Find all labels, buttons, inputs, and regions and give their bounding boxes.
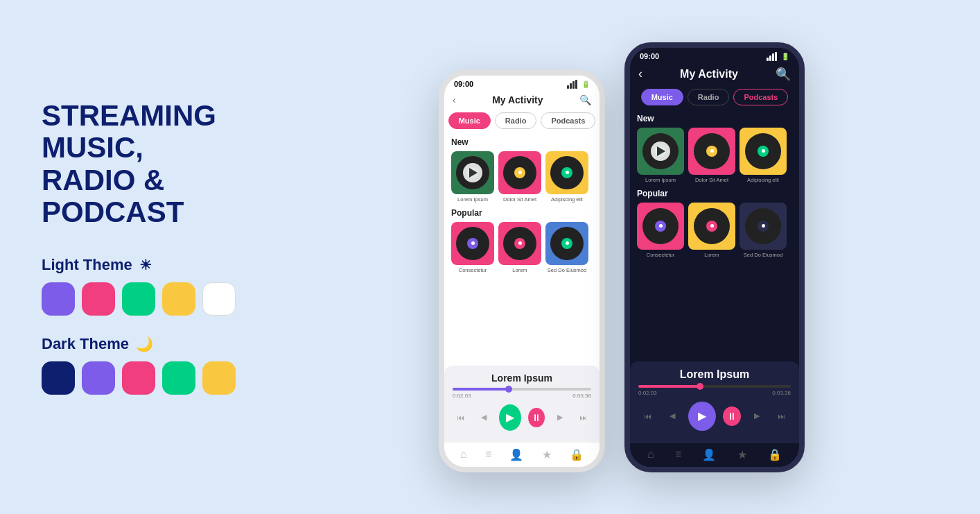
progress-thumb-dark[interactable]: [697, 383, 703, 390]
player-dark: Lorem Ipsum 0:02.03 0:03.36 ⏮ ◀ ▶ ⏸ ▶ ⏭: [630, 361, 799, 442]
album-card-3-light[interactable]: [545, 151, 588, 194]
phone-dark: 09:00 🔋 ‹ My Activity 🔍 Music Radio Podc…: [624, 42, 805, 472]
pop-album-caption-1-light: Consectetur: [451, 267, 494, 273]
swatch-white-light: [202, 282, 236, 316]
progress-bar-light[interactable]: [453, 388, 591, 391]
back-icon-light[interactable]: ‹: [453, 94, 456, 105]
album-card-1-light[interactable]: [451, 151, 494, 194]
nav-title-dark: My Activity: [680, 68, 738, 80]
search-icon-light[interactable]: 🔍: [579, 94, 591, 105]
album-card-2-dark[interactable]: [688, 128, 735, 175]
player-title-dark: Lorem Ipsum: [638, 368, 791, 381]
star-nav-light[interactable]: ★: [542, 448, 552, 461]
album-card-2-light[interactable]: [498, 151, 541, 194]
pop-album-caption-2-dark: Lorem: [688, 252, 735, 258]
swatch-purple-light: [42, 282, 75, 316]
home-nav-dark[interactable]: ⌂: [647, 448, 654, 461]
time-start-dark: 0:02.03: [638, 390, 657, 396]
light-theme-label: Light Theme ☀: [42, 256, 305, 274]
play-btn-light[interactable]: ▶: [499, 404, 521, 431]
album-caption-2-light: Dolor Sit Amet: [498, 196, 541, 203]
status-time-dark: 09:00: [640, 52, 659, 60]
play-btn-dark[interactable]: ▶: [688, 402, 715, 431]
phones-container: 09:00 🔋 ‹ My Activity 🔍 Music Radio Podc…: [305, 42, 938, 472]
pop-album-wrap-3-dark: Sed Do Eiusmod: [740, 203, 787, 258]
pause-btn-dark[interactable]: ⏸: [723, 406, 741, 426]
controls-light: ⏮ ◀ ▶ ⏸ ▶ ⏭: [453, 404, 591, 431]
album-caption-2-dark: Dolor Sit Amet: [688, 177, 735, 183]
battery-icon-dark: 🔋: [781, 53, 789, 60]
tab-radio-light[interactable]: Radio: [495, 112, 537, 129]
player-title-light: Lorem Ipsum: [453, 372, 591, 384]
tab-music-dark[interactable]: Music: [641, 89, 683, 105]
pop-album-wrap-2-dark: Lorem: [688, 203, 735, 258]
menu-nav-light[interactable]: ≡: [485, 448, 491, 461]
player-light: Lorem Ipsum 0:02.03 0:03.36 ⏮ ◀ ▶ ⏸ ▶ ⏭: [444, 366, 600, 442]
pop-album-caption-3-dark: Sed Do Eiusmod: [740, 252, 787, 258]
progress-bar-dark[interactable]: [638, 385, 791, 388]
pause-btn-light[interactable]: ⏸: [528, 408, 545, 427]
home-nav-light[interactable]: ⌂: [460, 448, 467, 461]
album-caption-3-dark: Adipiscing elit: [740, 177, 787, 183]
rewind-btn-dark[interactable]: ◀: [663, 406, 681, 426]
skip-fwd-btn-light[interactable]: ⏭: [575, 408, 591, 427]
tab-podcasts-dark[interactable]: Podcasts: [733, 89, 788, 105]
rewind-btn-light[interactable]: ◀: [476, 408, 493, 427]
status-bar-light: 09:00 🔋: [444, 76, 600, 92]
lock-nav-light[interactable]: 🔒: [570, 448, 584, 461]
album-caption-3-light: Adipiscing elit: [545, 196, 588, 203]
swatch-green-dark: [162, 361, 195, 395]
new-label-light: New: [451, 137, 593, 147]
search-icon-dark[interactable]: 🔍: [776, 67, 791, 82]
lock-nav-dark[interactable]: 🔒: [768, 448, 782, 461]
tab-row-light: Music Radio Podcasts: [444, 110, 600, 135]
pop-album-card-2-light[interactable]: [498, 222, 541, 265]
skip-back-btn-light[interactable]: ⏮: [453, 408, 469, 427]
skip-fwd-btn-dark[interactable]: ⏭: [773, 406, 791, 426]
phone-content-dark: New: [630, 111, 799, 357]
album-wrap-2-dark: Dolor Sit Amet: [688, 128, 735, 183]
tab-podcasts-light[interactable]: Podcasts: [541, 112, 595, 129]
pop-album-card-1-dark[interactable]: [637, 203, 684, 250]
moon-icon: 🌙: [136, 336, 153, 352]
skip-back-btn-dark[interactable]: ⏮: [638, 406, 656, 426]
swatch-purple-dark: [82, 361, 115, 395]
user-nav-dark[interactable]: 👤: [702, 448, 716, 461]
tab-radio-dark[interactable]: Radio: [688, 89, 730, 105]
forward-btn-light[interactable]: ▶: [552, 408, 568, 427]
status-bar-dark: 09:00 🔋: [630, 48, 799, 64]
pop-album-wrap-2-light: Lorem: [498, 222, 541, 273]
play-overlay-1-dark[interactable]: [651, 142, 670, 161]
album-card-1-dark[interactable]: [637, 128, 684, 175]
left-panel: STREAMING MUSIC, RADIO & PODCAST Light T…: [42, 100, 305, 414]
time-row-dark: 0:02.03 0:03.36: [638, 390, 791, 396]
star-nav-dark[interactable]: ★: [737, 448, 747, 461]
swatch-yellow-dark: [202, 361, 236, 395]
time-start-light: 0:02.03: [453, 393, 471, 399]
swatch-pink-light: [82, 282, 115, 316]
user-nav-light[interactable]: 👤: [509, 448, 523, 461]
play-overlay-1-light[interactable]: [463, 163, 482, 182]
pop-album-card-1-light[interactable]: [451, 222, 494, 265]
album-wrap-1-light: Lorem Ipsum: [451, 151, 494, 203]
tab-music-light[interactable]: Music: [448, 112, 491, 129]
pop-album-card-3-light[interactable]: [545, 222, 588, 265]
light-swatches: [42, 282, 305, 316]
menu-nav-dark[interactable]: ≡: [675, 448, 681, 461]
signal-bars-light: [567, 80, 577, 89]
swatch-yellow-light: [162, 282, 195, 316]
album-caption-1-light: Lorem Ipsum: [451, 196, 494, 203]
swatch-green-light: [122, 282, 155, 316]
progress-thumb-light[interactable]: [505, 386, 512, 393]
pop-album-card-3-dark[interactable]: [740, 203, 787, 250]
album-card-3-dark[interactable]: [740, 128, 787, 175]
light-theme-section: Light Theme ☀: [42, 256, 305, 316]
pop-album-caption-1-dark: Consectetur: [637, 252, 684, 258]
forward-btn-dark[interactable]: ▶: [748, 406, 766, 426]
pop-album-wrap-1-dark: Consectetur: [637, 203, 684, 258]
pop-album-caption-2-light: Lorem: [498, 267, 541, 273]
bottom-nav-light: ⌂ ≡ 👤 ★ 🔒: [444, 442, 600, 467]
popular-albums-dark: Consectetur Lorem: [637, 203, 792, 258]
back-icon-dark[interactable]: ‹: [638, 67, 642, 81]
pop-album-card-2-dark[interactable]: [688, 203, 735, 250]
